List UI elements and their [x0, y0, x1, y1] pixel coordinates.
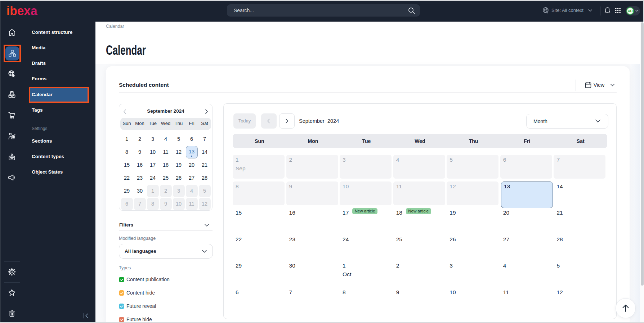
svg-text:AU: AU [628, 9, 633, 13]
svg-text:ibexa: ibexa [6, 4, 37, 18]
